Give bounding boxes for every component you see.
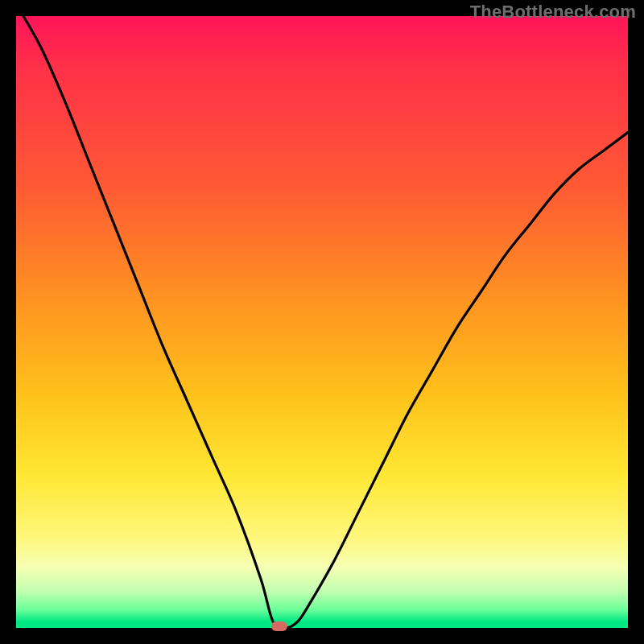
plot-area (16, 16, 628, 628)
minimum-marker (271, 621, 287, 631)
watermark-text: TheBottleneck.com (470, 2, 636, 23)
chart-container: TheBottleneck.com (0, 0, 644, 644)
bottleneck-curve (16, 16, 628, 628)
